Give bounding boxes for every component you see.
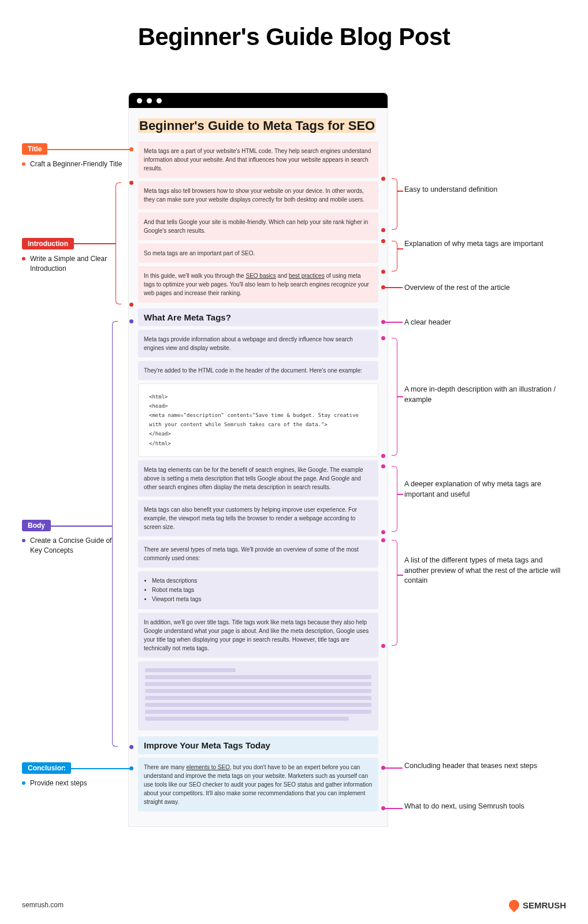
body-para-5: There are several types of meta tags. We… bbox=[138, 540, 378, 568]
list-item: Meta descriptions bbox=[152, 576, 371, 586]
body-para-2: They're added to the HTML code in the he… bbox=[138, 361, 378, 380]
footer-logo: SEMRUSH bbox=[509, 900, 566, 910]
placeholder-block bbox=[138, 661, 378, 731]
browser-mockup: Beginner's Guide to Meta Tags for SEO Me… bbox=[128, 92, 388, 827]
annotation-header: A clear header bbox=[404, 318, 566, 328]
body-para-3: Meta tag elements can be for the benefit… bbox=[138, 460, 378, 497]
code-example: <html> <head> <meta name="description" c… bbox=[138, 383, 378, 457]
flame-icon bbox=[507, 897, 521, 912]
annotation-deeper: A deeper explanation of why meta tags ar… bbox=[404, 479, 566, 500]
list-item: Robot meta tags bbox=[152, 586, 371, 595]
body-bullet: Create a Concise Guide of Key Concepts bbox=[22, 536, 123, 556]
annotation-example: A more in-depth description with an illu… bbox=[404, 385, 566, 405]
browser-header bbox=[129, 93, 388, 108]
intro-para-4: So meta tags are an important part of SE… bbox=[138, 244, 378, 263]
body-header: What Are Meta Tags? bbox=[138, 308, 378, 326]
footer-url: semrush.com bbox=[22, 901, 64, 909]
intro-tag: Introduction bbox=[22, 238, 74, 249]
page-title: Beginner's Guide Blog Post bbox=[0, 0, 588, 68]
annotation-conc-header: Concluding header that teases next steps bbox=[404, 761, 566, 772]
left-conc-section: Conclusion Provide next steps bbox=[22, 762, 123, 788]
list-item: Viewport meta tags bbox=[152, 595, 371, 604]
left-title-section: Title Craft a Beginner-Friendly Title bbox=[22, 143, 123, 169]
annotation-next: What to do next, using Semrush tools bbox=[404, 802, 566, 812]
conclusion-para: There are many elements to SEO, but you … bbox=[138, 758, 378, 811]
conclusion-header: Improve Your Meta Tags Today bbox=[138, 736, 378, 754]
annotation-list: A list of the different types of meta ta… bbox=[404, 556, 566, 586]
blog-title: Beginner's Guide to Meta Tags for SEO bbox=[138, 117, 378, 135]
body-list: Meta descriptions Robot meta tags Viewpo… bbox=[138, 571, 378, 609]
annotation-explanation: Explanation of why meta tags are importa… bbox=[404, 239, 566, 249]
title-bullet: Craft a Beginner-Friendly Title bbox=[22, 159, 123, 169]
annotation-definition: Easy to understand definition bbox=[404, 185, 566, 195]
intro-para-5: In this guide, we'll walk you through th… bbox=[138, 266, 378, 303]
footer: semrush.com SEMRUSH bbox=[22, 900, 566, 910]
body-para-6: In addition, we'll go over title tags. T… bbox=[138, 613, 378, 658]
intro-para-2: Meta tags also tell browsers how to show… bbox=[138, 181, 378, 209]
intro-para-3: And that tells Google your site is mobil… bbox=[138, 213, 378, 240]
intro-para-1: Meta tags are a part of your website's H… bbox=[138, 141, 378, 178]
intro-bullet: Write a Simple and Clear Introduction bbox=[22, 254, 123, 274]
body-para-4: Meta tags can also benefit your customer… bbox=[138, 500, 378, 536]
annotation-overview: Overview of the rest of the article bbox=[404, 283, 566, 293]
body-para-1: Meta tags provide information about a we… bbox=[138, 330, 378, 357]
conc-bullet: Provide next steps bbox=[22, 778, 123, 788]
